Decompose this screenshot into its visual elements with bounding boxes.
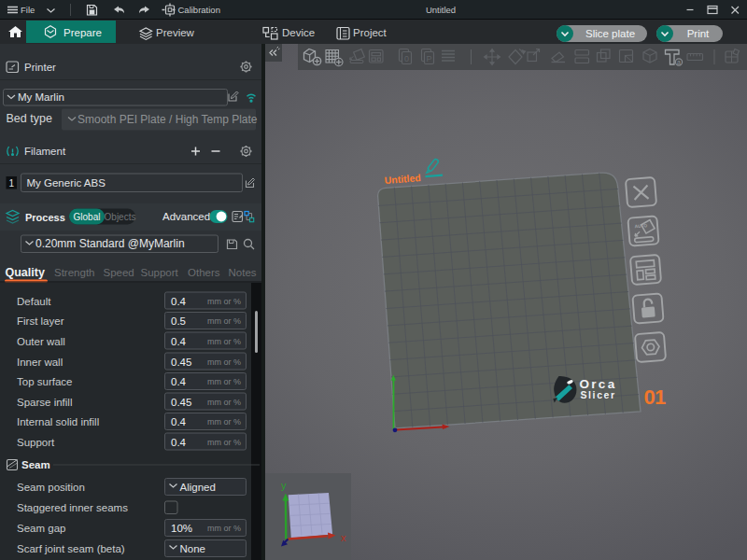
svg-text:Scarf joint seam (beta): Scarf joint seam (beta) <box>17 543 125 554</box>
svg-text:Objects: Objects <box>105 212 136 222</box>
svg-text:Quality: Quality <box>6 266 45 279</box>
svg-text:Prepare: Prepare <box>63 27 102 38</box>
svg-text:File: File <box>21 5 35 15</box>
svg-text:Inner wall: Inner wall <box>17 357 63 368</box>
svg-text:Calibration: Calibration <box>178 5 220 15</box>
svg-text:Outer wall: Outer wall <box>17 336 65 347</box>
svg-text:Support: Support <box>141 267 179 278</box>
svg-text:Seam position: Seam position <box>17 482 85 493</box>
svg-text:First layer: First layer <box>17 315 64 327</box>
svg-text:Aligned: Aligned <box>180 482 216 493</box>
svg-text:10%: 10% <box>171 523 192 534</box>
svg-text:Speed: Speed <box>104 267 134 278</box>
svg-text:Bed type: Bed type <box>7 112 52 125</box>
svg-text:y: y <box>281 480 287 491</box>
svg-text:0.45: 0.45 <box>171 357 191 368</box>
svg-text:0.4: 0.4 <box>171 416 187 427</box>
svg-text:0.4: 0.4 <box>171 296 187 307</box>
svg-text:Sparse infill: Sparse infill <box>17 397 72 408</box>
svg-text:Global: Global <box>74 212 101 222</box>
svg-text:Top surface: Top surface <box>17 376 72 387</box>
svg-text:Default: Default <box>17 296 51 307</box>
svg-text:Process: Process <box>25 212 65 223</box>
svg-text:My Marlin: My Marlin <box>18 91 64 103</box>
svg-text:mm or %: mm or % <box>207 377 241 386</box>
svg-text:mm or %: mm or % <box>207 337 241 346</box>
svg-text:Internal solid infill: Internal solid infill <box>17 416 99 427</box>
svg-text:01: 01 <box>644 385 666 409</box>
svg-text:AUTO: AUTO <box>634 223 647 229</box>
svg-text:Untitled: Untitled <box>384 172 421 186</box>
svg-text:None: None <box>180 543 206 554</box>
svg-text:Smooth PEI Plate / High Temp P: Smooth PEI Plate / High Temp Plate <box>78 113 258 126</box>
svg-text:mm or %: mm or % <box>207 417 241 427</box>
svg-text:Filament: Filament <box>24 146 66 157</box>
svg-text:Staggered inner seams: Staggered inner seams <box>17 502 128 513</box>
svg-text:mm or %: mm or % <box>207 316 241 326</box>
svg-text:Preview: Preview <box>156 27 195 38</box>
svg-text:x: x <box>341 532 346 543</box>
svg-text:1: 1 <box>8 178 14 189</box>
svg-text:Seam gap: Seam gap <box>17 523 65 534</box>
svg-text:Support: Support <box>17 437 55 448</box>
svg-text:0.45: 0.45 <box>171 397 191 408</box>
svg-text:Slicer: Slicer <box>581 389 616 400</box>
svg-text:0.20mm Standard @MyMarlin: 0.20mm Standard @MyMarlin <box>35 237 185 250</box>
svg-text:Project: Project <box>353 27 388 38</box>
svg-text:mm or %: mm or % <box>207 398 241 407</box>
svg-text:mm or %: mm or % <box>207 297 241 306</box>
svg-text:Notes: Notes <box>229 267 257 278</box>
svg-text:mm or %: mm or % <box>207 438 241 447</box>
svg-text:0.4: 0.4 <box>171 336 187 347</box>
svg-text:mm or %: mm or % <box>207 357 241 367</box>
svg-text:My Generic ABS: My Generic ABS <box>27 177 106 189</box>
svg-text:Seam: Seam <box>21 459 50 470</box>
svg-text:Printer: Printer <box>24 62 56 73</box>
svg-text:0.4: 0.4 <box>171 437 187 448</box>
svg-text:0.5: 0.5 <box>171 315 186 327</box>
svg-text:Device: Device <box>282 27 315 38</box>
svg-text:Strength: Strength <box>54 267 94 278</box>
svg-text:Others: Others <box>188 267 220 278</box>
svg-text:Untitled: Untitled <box>426 5 456 15</box>
svg-text:0.4: 0.4 <box>171 376 187 387</box>
svg-text:Advanced: Advanced <box>162 211 210 222</box>
svg-text:mm or %: mm or % <box>207 524 241 533</box>
